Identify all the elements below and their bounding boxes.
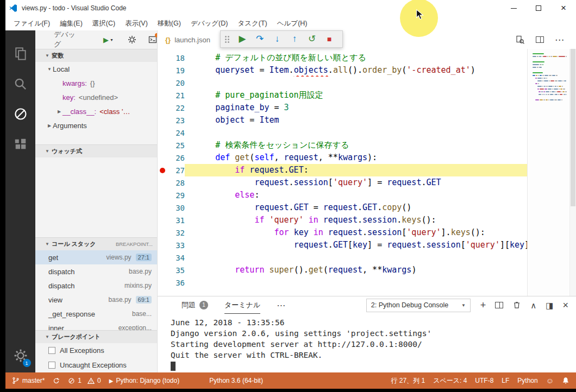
code-line-19[interactable]: 19 queryset = Item.objects.all().order_b… xyxy=(158,64,527,77)
panel-tab-problems[interactable]: 問題1 xyxy=(181,296,208,314)
menu-item[interactable]: ファイル(F) xyxy=(9,17,55,30)
eol-item[interactable]: LF xyxy=(502,377,509,384)
code-text[interactable]: request.GET = request.GET.copy() xyxy=(185,201,527,214)
code-text[interactable]: request.GET[key] = request.session['quer… xyxy=(185,239,527,251)
code-line-22[interactable]: 22 paginate_by = 3 xyxy=(158,102,527,114)
callstack-frame[interactable]: dispatchbase.py xyxy=(35,264,157,279)
code-text[interactable] xyxy=(185,127,527,139)
debug-config-item[interactable]: ▶ Python: Django (todo) xyxy=(109,377,179,384)
maximize-panel-icon[interactable]: ∧ xyxy=(530,301,536,309)
scrollbar-thumb[interactable] xyxy=(571,49,575,206)
extensions-icon[interactable] xyxy=(5,129,35,160)
panel-position-icon[interactable]: ◨ xyxy=(546,301,553,309)
code-text[interactable]: # デフォルトの並び順を新しい順とする xyxy=(185,52,527,64)
breakpoint-margin[interactable] xyxy=(158,168,167,173)
start-debug-button[interactable]: ▶ xyxy=(103,36,109,44)
variables-scope-row[interactable]: ▶Arguments xyxy=(35,118,157,132)
callstack-frame[interactable]: viewbase.py69:1 xyxy=(35,293,157,307)
code-line-29[interactable]: 29 else: xyxy=(158,189,527,201)
problems-item[interactable]: 1 0 xyxy=(68,377,101,384)
checkbox[interactable] xyxy=(48,362,55,369)
panel-tab-terminal[interactable]: ターミナル xyxy=(224,296,260,314)
minimap[interactable] xyxy=(527,49,569,296)
code-line-28[interactable]: 28 request.session['query'] = request.GE… xyxy=(158,176,527,189)
editor-scrollbar[interactable] xyxy=(569,49,576,296)
kill-terminal-icon[interactable] xyxy=(512,301,521,309)
code-text[interactable]: for key in request.session['query'].keys… xyxy=(185,226,527,239)
language-mode-item[interactable]: Python xyxy=(517,377,537,384)
code-line-32[interactable]: 32 for key in request.session['query'].k… xyxy=(158,226,527,239)
breakpoint-dot[interactable] xyxy=(160,168,165,173)
code-line-21[interactable]: 21 # pure_pagination用設定 xyxy=(158,89,527,102)
callstack-frame[interactable]: _get_responsebase... xyxy=(35,307,157,321)
notifications-bell-icon[interactable] xyxy=(562,377,569,384)
explorer-icon[interactable] xyxy=(5,38,35,68)
indentation-item[interactable]: スペース: 4 xyxy=(433,376,467,385)
callstack-frame[interactable]: getviews.py27:1 xyxy=(35,250,157,264)
variable-row[interactable]: kwargs:{} xyxy=(35,76,157,90)
code-text[interactable]: if request.GET: xyxy=(185,164,527,176)
code-text[interactable] xyxy=(185,77,527,89)
split-editor-icon[interactable] xyxy=(536,36,544,43)
step-out-button[interactable]: ↑ xyxy=(286,31,303,47)
settings-gear-icon[interactable]: 1 xyxy=(14,349,28,365)
code-text[interactable]: def get(self, request, **kwargs): xyxy=(185,151,527,164)
maximize-button[interactable] xyxy=(526,0,551,16)
new-terminal-icon[interactable]: + xyxy=(480,300,486,310)
editor-more-actions-icon[interactable]: ⋯ xyxy=(555,34,564,46)
terminal-selector[interactable]: 2: Python Debug Console ▼ xyxy=(366,299,471,312)
code-text[interactable]: paginate_by = 3 xyxy=(185,102,527,114)
debug-icon[interactable] xyxy=(5,99,35,129)
code-line-26[interactable]: 26 def get(self, request, **kwargs): xyxy=(158,151,527,164)
feedback-smiley-icon[interactable]: ☺ xyxy=(546,376,554,385)
step-into-button[interactable]: ↓ xyxy=(268,31,286,47)
code-line-27[interactable]: 27 if request.GET: xyxy=(158,164,527,176)
code-text[interactable]: else: xyxy=(185,189,527,201)
debug-config-dropdown[interactable]: ▼ xyxy=(110,38,114,42)
debug-console-icon[interactable] xyxy=(148,35,157,44)
code-line-36[interactable]: 36 xyxy=(158,276,527,289)
breakpoints-section-header[interactable]: ▼ ブレークポイント xyxy=(35,330,157,343)
step-over-button[interactable]: ↷ xyxy=(251,31,268,47)
menu-item[interactable]: 移動(G) xyxy=(153,17,186,30)
code-text[interactable]: return super().get(request, **kwargs) xyxy=(185,264,527,276)
toolbar-drag-handle[interactable] xyxy=(225,36,229,43)
menu-item[interactable]: 表示(V) xyxy=(120,17,153,30)
open-file-label[interactable]: {} launch.json xyxy=(165,30,210,49)
variable-row[interactable]: key:<undefined> xyxy=(35,90,157,104)
search-icon[interactable] xyxy=(5,68,35,99)
code-line-24[interactable]: 24 xyxy=(158,127,527,139)
cursor-position-item[interactable]: 行 27、列 1 xyxy=(391,376,425,385)
restart-button[interactable]: ↺ xyxy=(303,31,321,47)
code-text[interactable]: object = Item xyxy=(185,114,527,127)
breakpoint-row[interactable]: All Exceptions xyxy=(35,343,157,358)
code-text[interactable] xyxy=(185,276,527,289)
callstack-frame[interactable]: dispatchmixins.py xyxy=(35,279,157,293)
continue-button[interactable]: ▶ xyxy=(234,31,251,47)
git-branch-item[interactable]: master* xyxy=(12,377,45,384)
menu-item[interactable]: 編集(E) xyxy=(55,17,87,30)
code-line-23[interactable]: 23 object = Item xyxy=(158,114,527,127)
panel-more-tabs-icon[interactable]: ⋯ xyxy=(277,300,285,311)
code-editor[interactable]: 18 # デフォルトの並び順を新しい順とする19 queryset = Item… xyxy=(158,49,576,296)
close-panel-icon[interactable]: × xyxy=(562,300,568,310)
variables-section-header[interactable]: ▼ 変数 xyxy=(35,49,157,62)
code-line-20[interactable]: 20 xyxy=(158,77,527,89)
close-button[interactable]: × xyxy=(551,0,576,16)
code-text[interactable]: # pure_pagination用設定 xyxy=(185,89,527,102)
code-line-35[interactable]: 35 return super().get(request, **kwargs) xyxy=(158,264,527,276)
code-text[interactable]: queryset = Item.objects.all().order_by('… xyxy=(185,64,527,77)
callstack-frame[interactable]: innerexception... xyxy=(35,321,157,330)
terminal-output[interactable]: June 12, 2018 - 13:35:56Django version 2… xyxy=(158,314,576,372)
code-text[interactable]: if 'query' in request.session.keys(): xyxy=(185,214,527,226)
callstack-section-header[interactable]: ▼ コール スタック BREAKPOINT... xyxy=(35,237,157,250)
code-text[interactable]: # 検索条件をセッションに保存する xyxy=(185,139,527,151)
search-editor-icon[interactable] xyxy=(516,35,525,45)
menu-item[interactable]: デバッグ(D) xyxy=(186,17,233,30)
sync-item[interactable] xyxy=(53,377,60,384)
code-line-25[interactable]: 25 # 検索条件をセッションに保存する xyxy=(158,139,527,151)
code-text[interactable]: request.session['query'] = request.GET xyxy=(185,176,527,189)
watch-section-header[interactable]: ▼ ウォッチ式 xyxy=(35,144,157,157)
menu-item[interactable]: タスク(T) xyxy=(233,17,272,30)
variables-scope-row[interactable]: ▼Local xyxy=(35,62,157,76)
